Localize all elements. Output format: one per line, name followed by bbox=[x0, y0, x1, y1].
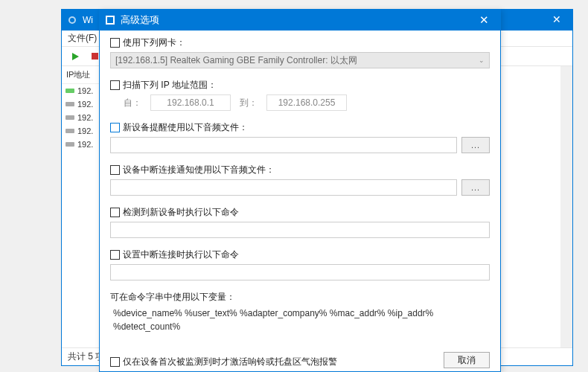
new-device-audio-input[interactable] bbox=[110, 137, 457, 153]
ip-row[interactable]: 192. bbox=[62, 97, 102, 111]
dialog-title: 高级选项 bbox=[121, 13, 467, 27]
chevron-down-icon: ⌄ bbox=[479, 57, 485, 64]
svg-point-1 bbox=[70, 18, 74, 22]
vars-label: 可在命令字串中使用以下变量： bbox=[110, 291, 490, 304]
dialog-titlebar[interactable]: 高级选项 ✕ bbox=[100, 10, 500, 31]
disconnect-cmd-label: 设置中断连接时执行以下命令 bbox=[123, 248, 239, 261]
disconnect-audio-checkbox[interactable] bbox=[110, 165, 120, 175]
nic-section: 使用下列网卡： [192.168.1.5] Realtek Gaming GBE… bbox=[110, 36, 490, 68]
svg-rect-3 bbox=[92, 53, 98, 60]
ip-row[interactable]: 192. bbox=[62, 138, 102, 151]
device-icon bbox=[65, 141, 75, 148]
first-detect-label: 仅在设备首次被监测到时才激活响铃或托盘区气泡报警 bbox=[123, 356, 337, 368]
new-device-audio-browse-button[interactable]: ... bbox=[461, 137, 490, 153]
device-icon bbox=[65, 87, 75, 94]
disconnect-audio-browse-button[interactable]: ... bbox=[461, 179, 490, 196]
ip-row[interactable]: 192. bbox=[62, 111, 102, 124]
from-ip-input[interactable]: 192.168.0.1 bbox=[150, 94, 231, 111]
use-nic-checkbox[interactable] bbox=[110, 38, 120, 48]
nic-select[interactable]: [192.168.1.5] Realtek Gaming GBE Family … bbox=[110, 52, 490, 68]
advanced-options-dialog: 高级选项 ✕ 使用下列网卡： [192.168.1.5] Realtek Gam… bbox=[99, 9, 501, 372]
use-nic-label: 使用下列网卡： bbox=[123, 36, 185, 49]
device-icon bbox=[65, 127, 75, 135]
svg-marker-2 bbox=[72, 53, 79, 60]
vars-text: %device_name% %user_text% %adapter_compa… bbox=[110, 307, 490, 333]
svg-rect-10 bbox=[107, 17, 113, 23]
close-button[interactable]: ✕ bbox=[467, 10, 500, 31]
new-device-cmd-section: 检测到新设备时执行以下命令 bbox=[110, 206, 490, 238]
svg-rect-4 bbox=[65, 89, 74, 93]
svg-rect-5 bbox=[65, 102, 74, 106]
disconnect-cmd-input[interactable] bbox=[110, 264, 490, 280]
new-device-cmd-label: 检测到新设备时执行以下命令 bbox=[123, 206, 239, 219]
ip-list-panel: IP地址 192. 192. 192. 192. 192. bbox=[62, 66, 103, 347]
disconnect-audio-input[interactable] bbox=[110, 179, 457, 196]
new-device-audio-section: 新设备提醒使用以下音频文件： ... bbox=[110, 121, 490, 153]
ip-row[interactable]: 192. bbox=[62, 84, 102, 97]
device-icon bbox=[65, 114, 75, 121]
svg-rect-8 bbox=[65, 142, 74, 147]
new-device-audio-label: 新设备提醒使用以下音频文件： bbox=[123, 121, 248, 134]
scrollbar[interactable] bbox=[560, 66, 572, 347]
parent-title: Wi bbox=[83, 15, 93, 25]
cancel-button[interactable]: 取消 bbox=[444, 352, 490, 368]
ip-range-section: 扫描下列 IP 地址范围： 自： 192.168.0.1 到： 192.168.… bbox=[110, 79, 490, 111]
svg-rect-6 bbox=[65, 115, 74, 120]
dialog-icon bbox=[104, 14, 116, 26]
first-detect-checkbox[interactable] bbox=[110, 357, 120, 367]
disconnect-cmd-checkbox[interactable] bbox=[110, 250, 120, 260]
scan-range-checkbox[interactable] bbox=[110, 80, 120, 90]
new-device-audio-checkbox[interactable] bbox=[110, 123, 120, 132]
dialog-body: 使用下列网卡： [192.168.1.5] Realtek Gaming GBE… bbox=[100, 31, 500, 371]
to-ip-input[interactable]: 192.168.0.255 bbox=[266, 94, 347, 111]
scan-range-label: 扫描下列 IP 地址范围： bbox=[123, 79, 217, 92]
new-device-cmd-checkbox[interactable] bbox=[110, 208, 120, 217]
menu-file[interactable]: 文件(F) bbox=[68, 32, 97, 45]
to-label: 到： bbox=[240, 97, 258, 109]
device-icon bbox=[65, 100, 75, 108]
vars-section: 可在命令字串中使用以下变量： %device_name% %user_text%… bbox=[110, 291, 490, 333]
from-label: 自： bbox=[124, 97, 141, 109]
nic-value: [192.168.1.5] Realtek Gaming GBE Family … bbox=[115, 54, 357, 67]
svg-rect-7 bbox=[65, 129, 74, 133]
parent-close-button[interactable]: ✕ bbox=[540, 9, 573, 30]
first-detect-row: 仅在设备首次被监测到时才激活响铃或托盘区气泡报警 bbox=[110, 356, 337, 368]
app-icon bbox=[66, 14, 78, 26]
ip-row[interactable]: 192. bbox=[62, 124, 102, 138]
disconnect-audio-section: 设备中断连接通知使用以下音频文件： ... bbox=[110, 164, 490, 196]
new-device-cmd-input[interactable] bbox=[110, 222, 490, 238]
disconnect-cmd-section: 设置中断连接时执行以下命令 bbox=[110, 248, 490, 280]
play-icon[interactable] bbox=[68, 49, 83, 64]
ip-column-header[interactable]: IP地址 bbox=[62, 66, 102, 84]
disconnect-audio-label: 设备中断连接通知使用以下音频文件： bbox=[123, 164, 275, 176]
